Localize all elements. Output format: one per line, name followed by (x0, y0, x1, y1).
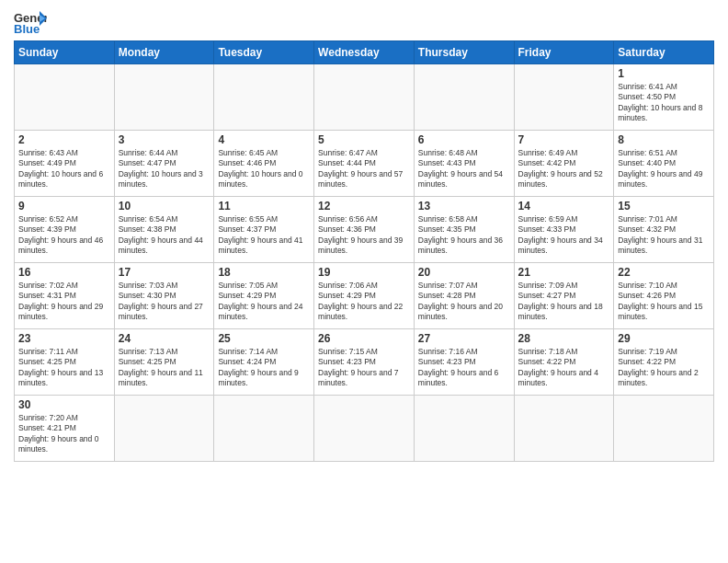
day-info: Sunrise: 7:09 AM Sunset: 4:27 PM Dayligh… (518, 281, 610, 323)
page-header: General Blue (14, 9, 714, 35)
day-number: 17 (119, 266, 210, 279)
day-number: 25 (218, 332, 310, 345)
calendar-cell: 22Sunrise: 7:10 AM Sunset: 4:26 PM Dayli… (614, 263, 714, 329)
logo: General Blue (14, 9, 47, 35)
calendar-cell (314, 64, 415, 131)
calendar-cell: 3Sunrise: 6:44 AM Sunset: 4:47 PM Daylig… (114, 131, 214, 197)
day-info: Sunrise: 6:48 AM Sunset: 4:43 PM Dayligh… (418, 148, 510, 190)
svg-text:Blue: Blue (14, 22, 40, 35)
calendar-cell: 4Sunrise: 6:45 AM Sunset: 4:46 PM Daylig… (214, 131, 314, 197)
day-number: 2 (18, 133, 110, 146)
calendar-cell: 13Sunrise: 6:58 AM Sunset: 4:35 PM Dayli… (414, 197, 514, 263)
day-number: 27 (418, 332, 510, 345)
day-number: 6 (418, 133, 510, 146)
day-number: 9 (18, 200, 110, 213)
day-number: 10 (119, 200, 210, 213)
day-number: 4 (218, 133, 310, 146)
calendar-cell: 12Sunrise: 6:56 AM Sunset: 4:36 PM Dayli… (314, 197, 415, 263)
day-info: Sunrise: 6:47 AM Sunset: 4:44 PM Dayligh… (318, 148, 410, 190)
day-info: Sunrise: 6:51 AM Sunset: 4:40 PM Dayligh… (618, 148, 710, 190)
calendar-header-row: Sunday Monday Tuesday Wednesday Thursday… (15, 41, 714, 64)
col-friday: Friday (514, 41, 614, 64)
day-info: Sunrise: 7:19 AM Sunset: 4:22 PM Dayligh… (618, 347, 710, 389)
calendar-cell (614, 396, 714, 462)
calendar-cell: 7Sunrise: 6:49 AM Sunset: 4:42 PM Daylig… (514, 131, 614, 197)
calendar-cell: 28Sunrise: 7:18 AM Sunset: 4:22 PM Dayli… (514, 329, 614, 396)
calendar-cell: 11Sunrise: 6:55 AM Sunset: 4:37 PM Dayli… (214, 197, 314, 263)
calendar-week-row: 1Sunrise: 6:41 AM Sunset: 4:50 PM Daylig… (15, 64, 714, 131)
calendar-cell: 23Sunrise: 7:11 AM Sunset: 4:25 PM Dayli… (15, 329, 115, 396)
day-info: Sunrise: 6:41 AM Sunset: 4:50 PM Dayligh… (618, 82, 710, 124)
day-info: Sunrise: 6:56 AM Sunset: 4:36 PM Dayligh… (318, 214, 410, 257)
day-number: 11 (218, 200, 310, 213)
day-info: Sunrise: 7:15 AM Sunset: 4:23 PM Dayligh… (318, 347, 410, 389)
day-number: 23 (18, 332, 110, 345)
calendar-cell (514, 64, 614, 131)
calendar-week-row: 23Sunrise: 7:11 AM Sunset: 4:25 PM Dayli… (15, 329, 714, 396)
calendar-week-row: 30Sunrise: 7:20 AM Sunset: 4:21 PM Dayli… (15, 396, 714, 462)
day-info: Sunrise: 6:49 AM Sunset: 4:42 PM Dayligh… (518, 148, 610, 190)
calendar-week-row: 9Sunrise: 6:52 AM Sunset: 4:39 PM Daylig… (15, 197, 714, 263)
calendar-cell (114, 64, 214, 131)
day-info: Sunrise: 7:16 AM Sunset: 4:23 PM Dayligh… (418, 347, 510, 389)
day-number: 16 (18, 266, 110, 279)
day-info: Sunrise: 7:05 AM Sunset: 4:29 PM Dayligh… (218, 281, 310, 323)
day-number: 21 (518, 266, 610, 279)
day-number: 19 (318, 266, 410, 279)
day-info: Sunrise: 6:45 AM Sunset: 4:46 PM Dayligh… (218, 148, 310, 190)
day-info: Sunrise: 6:58 AM Sunset: 4:35 PM Dayligh… (418, 214, 510, 257)
col-tuesday: Tuesday (214, 41, 314, 64)
day-number: 28 (518, 332, 610, 345)
calendar-cell: 9Sunrise: 6:52 AM Sunset: 4:39 PM Daylig… (15, 197, 115, 263)
day-info: Sunrise: 6:52 AM Sunset: 4:39 PM Dayligh… (18, 214, 110, 257)
col-wednesday: Wednesday (314, 41, 415, 64)
calendar-cell: 15Sunrise: 7:01 AM Sunset: 4:32 PM Dayli… (614, 197, 714, 263)
calendar-cell: 29Sunrise: 7:19 AM Sunset: 4:22 PM Dayli… (614, 329, 714, 396)
col-thursday: Thursday (414, 41, 514, 64)
calendar-week-row: 2Sunrise: 6:43 AM Sunset: 4:49 PM Daylig… (15, 131, 714, 197)
day-info: Sunrise: 7:14 AM Sunset: 4:24 PM Dayligh… (218, 347, 310, 389)
day-number: 20 (418, 266, 510, 279)
day-number: 13 (418, 200, 510, 213)
calendar-table: Sunday Monday Tuesday Wednesday Thursday… (14, 40, 714, 462)
calendar-cell (114, 396, 214, 462)
day-info: Sunrise: 7:11 AM Sunset: 4:25 PM Dayligh… (18, 347, 110, 389)
calendar-cell (314, 396, 415, 462)
calendar-cell (514, 396, 614, 462)
calendar-cell (15, 64, 115, 131)
day-info: Sunrise: 7:03 AM Sunset: 4:30 PM Dayligh… (119, 281, 210, 323)
day-info: Sunrise: 6:43 AM Sunset: 4:49 PM Dayligh… (18, 148, 110, 190)
calendar-cell: 26Sunrise: 7:15 AM Sunset: 4:23 PM Dayli… (314, 329, 415, 396)
calendar-cell: 1Sunrise: 6:41 AM Sunset: 4:50 PM Daylig… (614, 64, 714, 131)
calendar-cell: 30Sunrise: 7:20 AM Sunset: 4:21 PM Dayli… (15, 396, 115, 462)
col-sunday: Sunday (15, 41, 115, 64)
day-number: 3 (119, 133, 210, 146)
day-info: Sunrise: 7:13 AM Sunset: 4:25 PM Dayligh… (119, 347, 210, 389)
day-number: 18 (218, 266, 310, 279)
calendar-week-row: 16Sunrise: 7:02 AM Sunset: 4:31 PM Dayli… (15, 263, 714, 329)
calendar-cell (414, 64, 514, 131)
day-number: 14 (518, 200, 610, 213)
calendar-cell: 21Sunrise: 7:09 AM Sunset: 4:27 PM Dayli… (514, 263, 614, 329)
calendar-cell: 8Sunrise: 6:51 AM Sunset: 4:40 PM Daylig… (614, 131, 714, 197)
day-info: Sunrise: 7:18 AM Sunset: 4:22 PM Dayligh… (518, 347, 610, 389)
calendar-cell: 19Sunrise: 7:06 AM Sunset: 4:29 PM Dayli… (314, 263, 415, 329)
calendar-cell (414, 396, 514, 462)
day-info: Sunrise: 6:55 AM Sunset: 4:37 PM Dayligh… (218, 214, 310, 257)
calendar-cell: 27Sunrise: 7:16 AM Sunset: 4:23 PM Dayli… (414, 329, 514, 396)
day-info: Sunrise: 6:54 AM Sunset: 4:38 PM Dayligh… (119, 214, 210, 257)
day-number: 7 (518, 133, 610, 146)
calendar-cell: 10Sunrise: 6:54 AM Sunset: 4:38 PM Dayli… (114, 197, 214, 263)
calendar-cell: 6Sunrise: 6:48 AM Sunset: 4:43 PM Daylig… (414, 131, 514, 197)
day-number: 30 (18, 398, 110, 411)
day-number: 29 (618, 332, 710, 345)
day-info: Sunrise: 6:44 AM Sunset: 4:47 PM Dayligh… (119, 148, 210, 190)
day-info: Sunrise: 7:10 AM Sunset: 4:26 PM Dayligh… (618, 281, 710, 323)
day-info: Sunrise: 6:59 AM Sunset: 4:33 PM Dayligh… (518, 214, 610, 257)
day-number: 12 (318, 200, 410, 213)
day-number: 26 (318, 332, 410, 345)
day-info: Sunrise: 7:06 AM Sunset: 4:29 PM Dayligh… (318, 281, 410, 323)
day-number: 1 (618, 67, 710, 80)
day-info: Sunrise: 7:01 AM Sunset: 4:32 PM Dayligh… (618, 214, 710, 257)
day-info: Sunrise: 7:02 AM Sunset: 4:31 PM Dayligh… (18, 281, 110, 323)
